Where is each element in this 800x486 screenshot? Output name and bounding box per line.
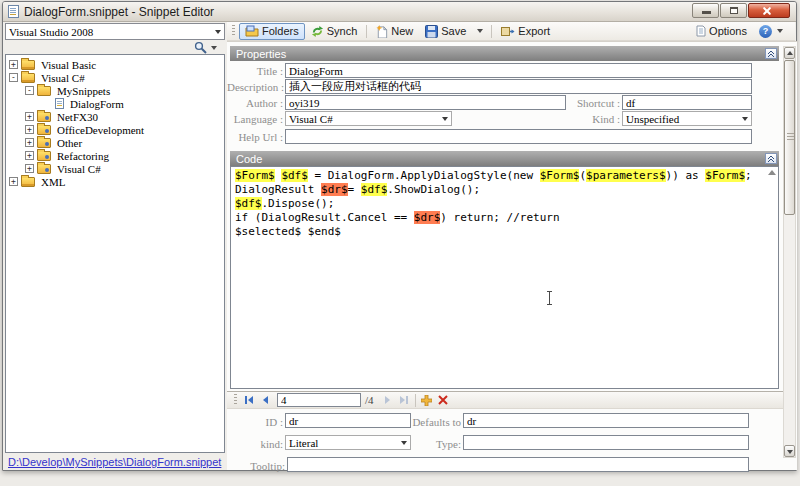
save-icon — [425, 25, 438, 38]
folder-icon — [21, 73, 35, 83]
code-line: if (DialogResult.Cancel == $dr$) return;… — [235, 211, 774, 225]
tree-item-other[interactable]: +Other — [6, 136, 224, 149]
id-input[interactable] — [285, 413, 411, 428]
folder-icon — [37, 151, 51, 161]
save-label: Save — [441, 25, 466, 37]
text-cursor — [549, 292, 550, 304]
id-label: ID : — [227, 416, 283, 428]
collapse-icon[interactable]: - — [25, 86, 34, 95]
description-input[interactable] — [285, 79, 752, 94]
minimize-button[interactable] — [692, 3, 719, 18]
search-options-chevron-icon[interactable] — [211, 46, 217, 50]
tree-item-mysnippets[interactable]: -MySnippets — [6, 84, 224, 97]
toolbar-grip[interactable] — [232, 25, 235, 37]
folder-icon — [37, 86, 51, 96]
tree-item-visual-c-[interactable]: -Visual C# — [6, 71, 224, 84]
tree-item-xml[interactable]: +XML — [6, 175, 224, 188]
tree-item-netfx30[interactable]: +NetFX30 — [6, 110, 224, 123]
chevron-down-icon — [442, 117, 448, 121]
tree-item-officedevelopment[interactable]: +OfficeDevelopment — [6, 123, 224, 136]
title-bar[interactable]: DialogForm.snippet - Snippet Editor — [3, 2, 796, 22]
folders-button[interactable]: Folders — [239, 23, 305, 40]
expand-icon[interactable]: + — [25, 125, 34, 134]
add-icon — [421, 395, 432, 406]
tree-item-refactoring[interactable]: +Refactoring — [6, 149, 224, 162]
replacement-kind-combobox[interactable]: Literal — [285, 435, 411, 450]
replacement-token[interactable]: $parameters$ — [586, 169, 665, 182]
tree-item-visual-basic[interactable]: +Visual Basic — [6, 58, 224, 71]
replacement-token[interactable]: $df$ — [235, 197, 262, 210]
tree-item-visual-c-[interactable]: +Visual C# — [6, 162, 224, 175]
save-button[interactable]: Save — [419, 23, 472, 40]
expand-icon[interactable]: + — [25, 112, 34, 121]
defaults-to-label: Defaults to — [397, 416, 461, 428]
tree-item-dialogform[interactable]: DialogForm — [6, 97, 224, 110]
expand-icon[interactable]: + — [9, 60, 18, 69]
toolbar-separator — [491, 25, 492, 38]
export-icon — [501, 25, 515, 37]
help-button[interactable]: ? — [753, 23, 791, 40]
replacement-token[interactable]: $Form$ — [235, 169, 275, 182]
synch-button[interactable]: Synch — [305, 23, 364, 40]
record-position-input[interactable] — [277, 393, 361, 407]
close-button[interactable] — [748, 3, 790, 18]
new-button[interactable]: New — [370, 23, 419, 40]
replacement-token[interactable]: $dr$ — [414, 211, 441, 224]
replacement-token[interactable]: $Form$ — [705, 169, 745, 182]
replacement-token[interactable]: $Form$ — [540, 169, 580, 182]
navigator-grip[interactable] — [234, 394, 237, 406]
collapse-properties-button[interactable] — [765, 48, 777, 59]
app-window: DialogForm.snippet - Snippet Editor Visu… — [2, 1, 797, 471]
expand-icon[interactable]: + — [9, 177, 18, 186]
kind-combobox[interactable]: Unspecified — [622, 111, 752, 126]
author-input[interactable] — [285, 95, 566, 110]
export-button[interactable]: Export — [495, 23, 556, 40]
last-record-button[interactable] — [397, 393, 411, 407]
scrollbar-thumb[interactable] — [784, 60, 795, 215]
scroll-up-icon[interactable] — [784, 47, 795, 59]
next-record-button[interactable] — [381, 393, 395, 407]
tooltip-input[interactable] — [287, 457, 749, 472]
folders-icon — [245, 25, 259, 37]
delete-replacement-button[interactable] — [436, 393, 450, 407]
app-icon — [8, 5, 19, 18]
editor-panel: Properties Title : Description : Author … — [227, 41, 797, 470]
add-replacement-button[interactable] — [420, 393, 434, 407]
ide-version-combobox[interactable]: Visual Studio 2008 — [5, 23, 225, 40]
window-controls — [692, 3, 790, 18]
scroll-down-icon[interactable] — [784, 445, 795, 457]
search-icon[interactable] — [194, 41, 207, 54]
code-line: DialogResult $dr$= $df$.ShowDialog(); — [235, 183, 774, 197]
snippet-path-link[interactable]: D:\Develop\MySnippets\DialogForm.snippet — [8, 456, 221, 468]
replacement-token[interactable]: $df$ — [281, 169, 308, 182]
folder-icon — [37, 112, 51, 122]
type-input[interactable] — [463, 435, 749, 450]
expand-icon[interactable]: + — [25, 164, 34, 173]
collapse-icon[interactable]: - — [9, 73, 18, 82]
replacement-token[interactable]: $df$ — [361, 183, 388, 196]
panel-scrollbar[interactable] — [783, 46, 796, 458]
previous-record-button[interactable] — [258, 393, 272, 407]
title-input[interactable] — [285, 63, 752, 78]
language-combobox[interactable]: Visual C# — [285, 111, 452, 126]
collapse-code-button[interactable] — [765, 153, 777, 164]
options-button[interactable]: Options — [690, 23, 753, 40]
snippet-tree[interactable]: +Visual Basic-Visual C#-MySnippetsDialog… — [5, 54, 225, 453]
scroll-up-icon[interactable] — [768, 170, 776, 175]
tree-item-label: Visual C# — [39, 72, 87, 84]
shortcut-input[interactable] — [622, 95, 752, 110]
replacement-token[interactable]: $dr$ — [321, 183, 348, 196]
save-dropdown-button[interactable] — [472, 23, 488, 40]
code-line: $df$.Dispose(); — [235, 197, 774, 211]
synch-label: Synch — [327, 25, 358, 37]
minimize-icon — [702, 11, 711, 14]
help-url-input[interactable] — [285, 129, 752, 144]
expand-icon[interactable]: + — [25, 151, 34, 160]
first-record-button[interactable] — [242, 393, 256, 407]
maximize-button[interactable] — [720, 3, 747, 18]
expand-icon[interactable]: + — [25, 138, 34, 147]
defaults-to-input[interactable] — [463, 413, 749, 428]
code-editor[interactable]: $Form$ $df$ = DialogForm.ApplyDialogStyl… — [230, 166, 779, 389]
chevron-down-icon — [777, 29, 783, 33]
toolbar-separator — [415, 394, 416, 407]
